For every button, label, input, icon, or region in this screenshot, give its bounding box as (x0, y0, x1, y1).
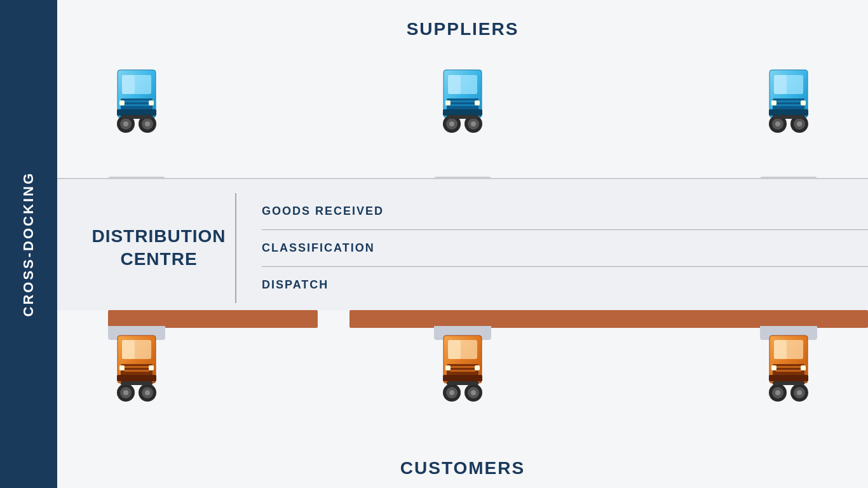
blue-truck-icon-2 (434, 57, 491, 140)
svg-point-27 (449, 121, 454, 126)
svg-rect-15 (121, 115, 153, 119)
svg-rect-84 (776, 366, 801, 368)
svg-rect-31 (447, 115, 478, 119)
svg-rect-38 (771, 100, 776, 105)
svg-rect-2 (122, 75, 135, 94)
svg-rect-34 (774, 75, 787, 94)
main-container: CROSS-DOCKING SUPPLIERS (0, 0, 868, 488)
supplier-trucks-row (57, 57, 868, 140)
classification-step: CLASSIFICATION (262, 230, 868, 267)
svg-rect-5 (124, 104, 149, 106)
dc-label: DISTRIBUTION CENTRE (57, 225, 235, 271)
customers-section: CUSTOMERS (57, 310, 868, 488)
svg-rect-79 (447, 381, 478, 385)
svg-rect-47 (773, 115, 804, 119)
orange-truck-icon-1 (108, 332, 165, 415)
svg-rect-18 (448, 75, 461, 94)
svg-point-30 (471, 121, 476, 126)
svg-point-94 (797, 390, 802, 395)
svg-rect-39 (801, 100, 806, 105)
svg-rect-21 (450, 104, 475, 106)
supplier-truck-1 (108, 57, 165, 140)
blue-truck-icon-3 (760, 57, 817, 140)
content-area: SUPPLIERS (57, 0, 868, 488)
svg-point-14 (145, 121, 150, 126)
orange-truck-icon-2 (434, 332, 491, 415)
svg-rect-8 (117, 109, 156, 116)
svg-rect-69 (450, 370, 475, 372)
svg-rect-53 (124, 370, 149, 372)
sidebar: CROSS-DOCKING (0, 0, 57, 488)
distribution-section: DISTRIBUTION CENTRE GOODS RECEIVED CLASS… (57, 178, 868, 318)
suppliers-label: SUPPLIERS (407, 19, 519, 39)
goods-received-step: GOODS RECEIVED (262, 193, 868, 230)
customer-truck-1 (108, 332, 165, 415)
svg-rect-82 (774, 340, 787, 359)
svg-rect-66 (448, 340, 461, 359)
svg-point-75 (449, 390, 454, 395)
svg-rect-23 (475, 100, 480, 105)
svg-point-91 (775, 390, 780, 395)
svg-rect-72 (443, 375, 482, 381)
ramp-left (108, 310, 318, 328)
supplier-truck-3 (760, 57, 817, 140)
suppliers-section: SUPPLIERS (57, 0, 868, 197)
ramp-right (349, 310, 868, 328)
svg-rect-70 (445, 365, 451, 370)
svg-rect-52 (124, 366, 149, 368)
svg-rect-36 (776, 100, 801, 102)
customer-trucks-row (57, 332, 868, 434)
svg-rect-85 (776, 370, 801, 372)
dispatch-step: DISPATCH (262, 267, 868, 303)
svg-rect-20 (450, 100, 475, 102)
svg-rect-56 (117, 375, 156, 381)
svg-point-43 (775, 121, 780, 126)
customer-truck-3 (760, 332, 817, 415)
ramp-connectors (108, 310, 868, 328)
svg-rect-63 (121, 381, 153, 385)
dc-steps: GOODS RECEIVED CLASSIFICATION DISPATCH (235, 193, 868, 303)
svg-rect-71 (475, 365, 480, 370)
svg-rect-50 (122, 340, 135, 359)
svg-rect-6 (119, 100, 125, 105)
cross-docking-label: CROSS-DOCKING (20, 172, 37, 316)
customers-label: CUSTOMERS (400, 458, 525, 478)
svg-rect-55 (149, 365, 154, 370)
svg-point-11 (123, 121, 128, 126)
svg-rect-54 (119, 365, 125, 370)
svg-point-46 (797, 121, 802, 126)
svg-rect-37 (776, 104, 801, 106)
svg-point-59 (123, 390, 128, 395)
svg-rect-88 (769, 375, 808, 381)
svg-rect-87 (801, 365, 806, 370)
svg-rect-95 (773, 381, 804, 385)
svg-point-78 (471, 390, 476, 395)
blue-truck-icon-1 (108, 57, 165, 140)
customer-truck-2 (434, 332, 491, 415)
svg-point-62 (145, 390, 150, 395)
svg-rect-40 (769, 109, 808, 116)
svg-rect-68 (450, 366, 475, 368)
svg-rect-22 (445, 100, 451, 105)
supplier-truck-2 (434, 57, 491, 140)
svg-rect-7 (149, 100, 154, 105)
svg-rect-24 (443, 109, 482, 116)
svg-rect-86 (771, 365, 776, 370)
orange-truck-icon-3 (760, 332, 817, 415)
svg-rect-4 (124, 100, 149, 102)
